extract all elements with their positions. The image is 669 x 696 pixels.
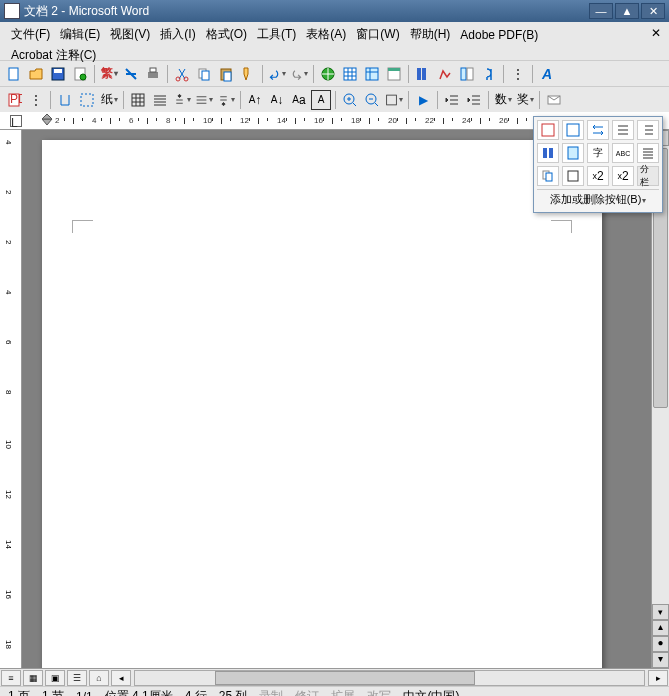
envelope-icon[interactable] [544,90,564,110]
popup-convert-icon[interactable] [587,120,609,140]
show-hide-icon[interactable] [479,64,499,84]
status-rev[interactable]: 修订 [295,688,319,696]
columns-icon[interactable] [413,64,433,84]
prev-page-icon[interactable]: ▴ [652,620,669,636]
scroll-track[interactable] [652,146,669,604]
menu-file[interactable]: 文件(F) [6,24,55,45]
grow-font-icon[interactable]: A↑ [245,90,265,110]
paper-icon[interactable]: 纸 [99,90,119,110]
popup-superscript-icon[interactable]: x2 [587,166,609,186]
format-painter-icon[interactable] [238,64,258,84]
hscroll-thumb[interactable] [215,671,475,685]
cut-icon[interactable] [172,64,192,84]
status-lang[interactable]: 中文(中国) [403,688,459,696]
zoom-in-icon[interactable] [340,90,360,110]
maximize-button[interactable]: ▲ [615,3,639,19]
pdf-icon[interactable]: PDF [4,90,24,110]
align-justify-icon[interactable] [150,90,170,110]
print-icon[interactable] [143,64,163,84]
copy-icon[interactable] [194,64,214,84]
insert-table-icon[interactable] [362,64,382,84]
menu-tools[interactable]: 工具(T) [252,24,301,45]
traditional-icon[interactable]: 繁 [99,64,119,84]
menu-help[interactable]: 帮助(H) [405,24,456,45]
popup-pdf-icon[interactable] [537,120,559,140]
grid-icon[interactable] [128,90,148,110]
drawing-icon[interactable] [435,64,455,84]
overflow2-icon[interactable]: ⋮ [26,90,46,110]
popup-justify-icon[interactable] [637,143,659,163]
popup-page-icon[interactable] [562,143,584,163]
tab-selector[interactable]: L [10,115,22,127]
normal-view-icon[interactable]: ≡ [1,670,21,686]
popup-subscript-icon[interactable]: x2 [612,166,634,186]
minimize-button[interactable]: — [589,3,613,19]
menu-edit[interactable]: 编辑(E) [55,24,105,45]
reading-view-icon[interactable]: ⌂ [89,670,109,686]
print-view-icon[interactable]: ▣ [45,670,65,686]
popup-square-icon[interactable] [562,166,584,186]
open-icon[interactable] [26,64,46,84]
page[interactable] [42,140,602,668]
outline-view-icon[interactable]: ☰ [67,670,87,686]
save-icon[interactable] [48,64,68,84]
browse-object-icon[interactable]: ● [652,636,669,652]
hyperlink-icon[interactable] [318,64,338,84]
menu-format[interactable]: 格式(O) [201,24,252,45]
excel-icon[interactable] [384,64,404,84]
award-icon[interactable]: 奖 [515,90,535,110]
insert-frame-icon[interactable] [77,90,97,110]
zoom-out-icon[interactable] [362,90,382,110]
styles-icon[interactable]: A [537,64,557,84]
popup-copy2-icon[interactable] [537,166,559,186]
close-button[interactable]: ✕ [641,3,665,19]
redo-icon[interactable] [289,64,309,84]
text-direction-icon[interactable] [55,90,75,110]
next-page-icon[interactable]: ▾ [652,652,669,668]
overflow-icon[interactable]: ⋮ [508,64,528,84]
indent-decrease-icon[interactable] [442,90,462,110]
popup-char-icon[interactable]: 字 [587,143,609,163]
doc-close-button[interactable]: ✕ [651,26,661,40]
permission-icon[interactable] [70,64,90,84]
popup-abc-icon[interactable]: ABC [612,143,634,163]
vertical-ruler[interactable]: 4224681012141618 [0,130,22,668]
tables-borders-icon[interactable] [340,64,360,84]
status-ext[interactable]: 扩展 [331,688,355,696]
indent-increase-icon[interactable] [464,90,484,110]
popup-columns-icon[interactable] [537,143,559,163]
border-icon[interactable] [384,90,404,110]
doc-map-icon[interactable] [457,64,477,84]
svg-rect-30 [542,124,554,136]
status-ovr[interactable]: 改写 [367,688,391,696]
character-border-icon[interactable]: A [311,90,331,110]
popup-lines2-icon[interactable] [637,120,659,140]
menu-insert[interactable]: 插入(I) [155,24,200,45]
menu-adobe[interactable]: Adobe PDF(B) [455,26,543,44]
menu-window[interactable]: 窗口(W) [351,24,404,45]
menu-view[interactable]: 视图(V) [105,24,155,45]
line-spacing-up-icon[interactable] [172,90,192,110]
indent-marker-icon[interactable] [42,114,56,128]
line-spacing-icon[interactable] [194,90,214,110]
popup-add-remove-buttons[interactable]: 添加或删除按钮(B) [537,189,659,209]
popup-frame-icon[interactable] [562,120,584,140]
menu-table[interactable]: 表格(A) [301,24,351,45]
superscript-icon[interactable]: Aa [289,90,309,110]
popup-columns-label[interactable]: 分栏 [637,166,659,186]
scroll-right-icon[interactable]: ▸ [648,670,668,686]
line-spacing-down-icon[interactable] [216,90,236,110]
popup-lines-icon[interactable] [612,120,634,140]
play-icon[interactable]: ▶ [413,90,433,110]
undo-icon[interactable] [267,64,287,84]
shrink-font-icon[interactable]: A↓ [267,90,287,110]
horizontal-scrollbar[interactable] [134,670,645,686]
paste-icon[interactable] [216,64,236,84]
new-doc-icon[interactable] [4,64,24,84]
scroll-down-icon[interactable]: ▾ [652,604,669,620]
status-rec[interactable]: 录制 [259,688,283,696]
simplified-icon[interactable] [121,64,141,84]
web-view-icon[interactable]: ▦ [23,670,43,686]
number-icon[interactable]: 数 [493,90,513,110]
scroll-left-icon[interactable]: ◂ [111,670,131,686]
